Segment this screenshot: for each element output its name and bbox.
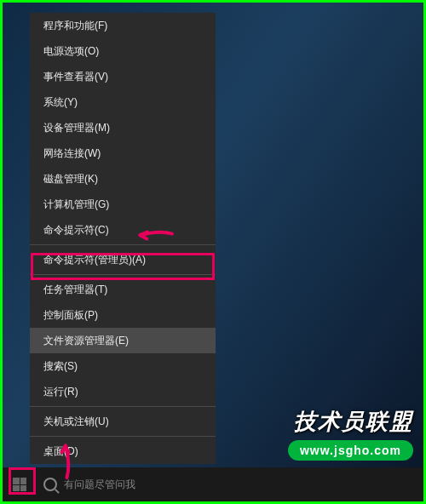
menu-item-task-manager[interactable]: 任务管理器(T)	[30, 277, 216, 302]
taskbar: 有问题尽管问我	[3, 467, 423, 501]
menu-separator	[30, 244, 216, 245]
search-placeholder-text: 有问题尽管问我	[64, 478, 135, 492]
menu-label: 事件查看器(V)	[43, 70, 108, 84]
menu-item-programs-features[interactable]: 程序和功能(F)	[30, 13, 216, 38]
watermark-url: www.jsgho.com	[288, 440, 413, 461]
menu-item-desktop[interactable]: 桌面(D)	[30, 438, 216, 464]
menu-item-search[interactable]: 搜索(S)	[30, 353, 216, 379]
menu-separator	[30, 406, 216, 407]
menu-item-power-options[interactable]: 电源选项(O)	[30, 38, 216, 64]
menu-label: 设备管理器(M)	[43, 121, 110, 135]
menu-item-file-explorer[interactable]: 文件资源管理器(E)	[30, 328, 216, 353]
menu-label: 搜索(S)	[43, 359, 78, 374]
menu-label: 命令提示符(管理员)(A)	[43, 253, 146, 267]
menu-item-shutdown-signout[interactable]: 关机或注销(U)	[30, 409, 216, 434]
watermark-title: 技术员联盟	[288, 407, 413, 437]
watermark: 技术员联盟 www.jsgho.com	[288, 407, 413, 461]
menu-label: 系统(Y)	[43, 95, 78, 110]
menu-separator	[30, 436, 216, 437]
cortana-search-box[interactable]: 有问题尽管问我	[37, 467, 142, 501]
menu-label: 网络连接(W)	[43, 146, 101, 161]
menu-label: 运行(R)	[43, 385, 78, 399]
winx-context-menu: 程序和功能(F) 电源选项(O) 事件查看器(V) 系统(Y) 设备管理器(M)…	[30, 13, 216, 464]
menu-item-event-viewer[interactable]: 事件查看器(V)	[30, 64, 216, 89]
windows-icon	[13, 478, 26, 491]
menu-label: 任务管理器(T)	[43, 283, 107, 297]
start-button[interactable]	[3, 467, 37, 501]
menu-item-system[interactable]: 系统(Y)	[30, 89, 216, 115]
menu-separator	[30, 274, 216, 275]
menu-label: 程序和功能(F)	[43, 19, 107, 33]
menu-label: 命令提示符(C)	[43, 223, 109, 238]
menu-item-control-panel[interactable]: 控制面板(P)	[30, 302, 216, 328]
menu-item-network-connections[interactable]: 网络连接(W)	[30, 140, 216, 166]
menu-label: 关机或注销(U)	[43, 415, 109, 429]
menu-item-computer-management[interactable]: 计算机管理(G)	[30, 192, 216, 217]
menu-item-device-manager[interactable]: 设备管理器(M)	[30, 115, 216, 140]
menu-item-run[interactable]: 运行(R)	[30, 379, 216, 404]
menu-item-command-prompt-admin[interactable]: 命令提示符(管理员)(A)	[30, 247, 216, 272]
menu-item-disk-management[interactable]: 磁盘管理(K)	[30, 166, 216, 192]
menu-label: 控制面板(P)	[43, 308, 98, 323]
menu-label: 文件资源管理器(E)	[43, 334, 129, 348]
menu-label: 桌面(D)	[43, 444, 78, 459]
menu-label: 磁盘管理(K)	[43, 172, 98, 186]
cortana-circle-icon	[43, 478, 57, 491]
menu-label: 计算机管理(G)	[43, 198, 109, 212]
menu-label: 电源选项(O)	[43, 44, 99, 59]
menu-item-command-prompt[interactable]: 命令提示符(C)	[30, 217, 216, 243]
